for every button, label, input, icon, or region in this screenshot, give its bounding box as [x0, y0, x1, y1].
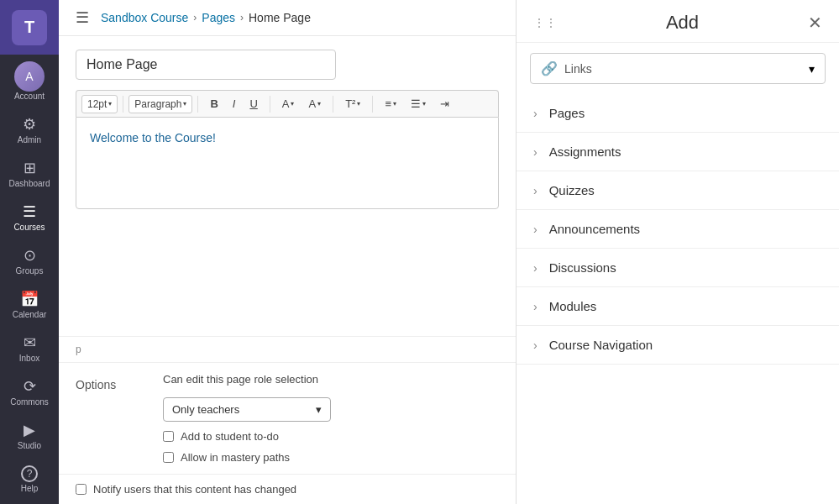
sidebar-item-calendar[interactable]: 📅 Calendar: [0, 283, 59, 327]
editor-tag: p: [59, 336, 516, 362]
panel-item-pages[interactable]: › Pages: [517, 94, 839, 133]
sidebar-item-label-commons: Commons: [10, 397, 49, 407]
breadcrumb-sep-2: ›: [240, 12, 244, 24]
italic-button[interactable]: I: [226, 94, 243, 113]
chevron-right-icon: ›: [533, 145, 537, 159]
chevron-right-icon: ›: [533, 184, 537, 197]
sidebar-item-label-account: Account: [14, 92, 45, 102]
drag-handle-icon[interactable]: ⋮⋮: [533, 16, 557, 29]
paragraph-caret: ▾: [183, 100, 186, 108]
dashboard-icon: ⊞: [24, 159, 36, 177]
sidebar-item-commons[interactable]: ⟳ Commons: [0, 370, 59, 414]
sidebar-item-dashboard[interactable]: ⊞ Dashboard: [0, 152, 59, 196]
inbox-icon: ✉: [24, 333, 36, 352]
menu-icon[interactable]: ☰: [76, 8, 89, 27]
toolbar-sep-4: [333, 96, 333, 113]
help-icon: ?: [21, 465, 38, 482]
panel-item-modules[interactable]: › Modules: [517, 287, 839, 326]
breadcrumb-section[interactable]: Pages: [202, 11, 235, 24]
courses-icon: ☰: [23, 202, 36, 221]
editor-text: Welcome to the Course!: [90, 131, 216, 144]
mastery-paths-checkbox[interactable]: [163, 452, 174, 463]
align-button[interactable]: ≡ ▾: [378, 94, 403, 113]
options-label: Options: [76, 373, 143, 391]
chevron-right-icon: ›: [533, 261, 537, 275]
add-panel-close-button[interactable]: ✕: [808, 14, 822, 31]
logo-shape: T: [12, 10, 47, 45]
breadcrumb: ☰ Sandbox Course › Pages › Home Page: [59, 0, 516, 36]
panel-item-quizzes[interactable]: › Quizzes: [517, 171, 839, 210]
toolbar-sep-5: [372, 96, 373, 113]
panel-item-label: Pages: [549, 106, 585, 120]
font-color-button[interactable]: A ▾: [275, 94, 302, 113]
editor-area: 12pt ▾ Paragraph ▾ B I U A: [59, 36, 516, 336]
panel-item-course-navigation[interactable]: › Course Navigation: [517, 326, 839, 365]
font-color-label: A: [282, 97, 290, 110]
calendar-icon: 📅: [20, 290, 39, 308]
list-caret: ▾: [422, 100, 426, 108]
indent-label: ⇥: [440, 97, 449, 110]
mastery-paths-label: Allow in mastery paths: [181, 451, 290, 464]
main-content: ☰ Sandbox Course › Pages › Home Page 12p…: [59, 0, 516, 504]
options-section: Options Can edit this page role selectio…: [59, 362, 516, 474]
panel-item-discussions[interactable]: › Discussions: [517, 249, 839, 287]
chevron-right-icon: ›: [533, 339, 537, 352]
add-panel-header: ⋮⋮ Add ✕: [517, 0, 839, 43]
superscript-label: T²: [345, 97, 355, 110]
sidebar-item-studio[interactable]: ▶ Studio: [0, 414, 59, 458]
admin-icon: ⚙: [23, 115, 36, 134]
notify-section: Notify users that this content has chang…: [59, 474, 516, 504]
highlight-button[interactable]: A ▾: [302, 94, 328, 113]
panel-item-assignments[interactable]: › Assignments: [517, 133, 839, 171]
editor-content-area[interactable]: Welcome to the Course!: [76, 117, 499, 209]
sidebar-item-label-admin: Admin: [18, 135, 41, 145]
font-size-caret: ▾: [108, 100, 112, 108]
sidebar-item-admin[interactable]: ⚙ Admin: [0, 108, 59, 152]
sidebar-item-label-help: Help: [21, 484, 39, 494]
superscript-button[interactable]: T² ▾: [338, 94, 367, 113]
groups-icon: ⊙: [24, 246, 36, 265]
highlight-caret: ▾: [317, 100, 321, 108]
font-size-dropdown[interactable]: 12pt ▾: [81, 95, 118, 113]
paragraph-dropdown[interactable]: Paragraph ▾: [128, 95, 192, 113]
links-dropdown-left: 🔗 Links: [541, 60, 592, 76]
app-logo[interactable]: T: [0, 0, 59, 55]
sidebar-item-courses[interactable]: ☰ Courses: [0, 196, 59, 239]
sidebar-item-groups[interactable]: ⊙ Groups: [0, 239, 59, 283]
bold-button[interactable]: B: [203, 94, 224, 113]
editor-toolbar: 12pt ▾ Paragraph ▾ B I U A: [76, 90, 499, 117]
logo-letter: T: [24, 18, 34, 37]
toolbar-sep-1: [123, 96, 123, 113]
role-select[interactable]: Only teachers ▾: [163, 397, 331, 422]
panel-item-announcements[interactable]: › Announcements: [517, 210, 839, 249]
super-group: T² ▾: [338, 94, 367, 113]
paragraph-group: Paragraph ▾: [128, 95, 192, 113]
sidebar-item-inbox[interactable]: ✉ Inbox: [0, 327, 59, 370]
sidebar-item-account[interactable]: A Account: [0, 55, 59, 108]
breadcrumb-sep-1: ›: [193, 12, 197, 24]
panel-item-label: Discussions: [549, 260, 616, 275]
role-value: Only teachers: [172, 403, 239, 416]
align-label: ≡: [385, 97, 391, 110]
panel-item-label: Modules: [549, 299, 597, 313]
paragraph-value: Paragraph: [134, 98, 181, 110]
add-to-todo-checkbox[interactable]: [163, 431, 174, 442]
sidebar-item-label-dashboard: Dashboard: [9, 179, 50, 189]
links-dropdown[interactable]: 🔗 Links ▾: [530, 53, 826, 84]
page-title-input[interactable]: [76, 50, 336, 80]
list-label: ☰: [411, 97, 421, 110]
chevron-right-icon: ›: [533, 107, 537, 120]
format-group: B I U: [203, 94, 264, 113]
notify-checkbox[interactable]: [76, 484, 87, 495]
sidebar-item-help[interactable]: ? Help: [0, 458, 59, 501]
indent-button[interactable]: ⇥: [433, 94, 456, 113]
font-size-group: 12pt ▾: [81, 95, 118, 113]
breadcrumb-course[interactable]: Sandbox Course: [101, 11, 188, 24]
role-description: Can edit this page role selection: [163, 373, 331, 386]
color-group: A ▾ A ▾: [275, 94, 328, 113]
options-controls: Can edit this page role selection Only t…: [163, 373, 331, 464]
studio-icon: ▶: [24, 421, 35, 439]
panel-items-list: › Pages › Assignments › Quizzes › Announ…: [517, 94, 839, 365]
underline-button[interactable]: U: [243, 94, 264, 113]
list-button[interactable]: ☰ ▾: [404, 94, 433, 113]
